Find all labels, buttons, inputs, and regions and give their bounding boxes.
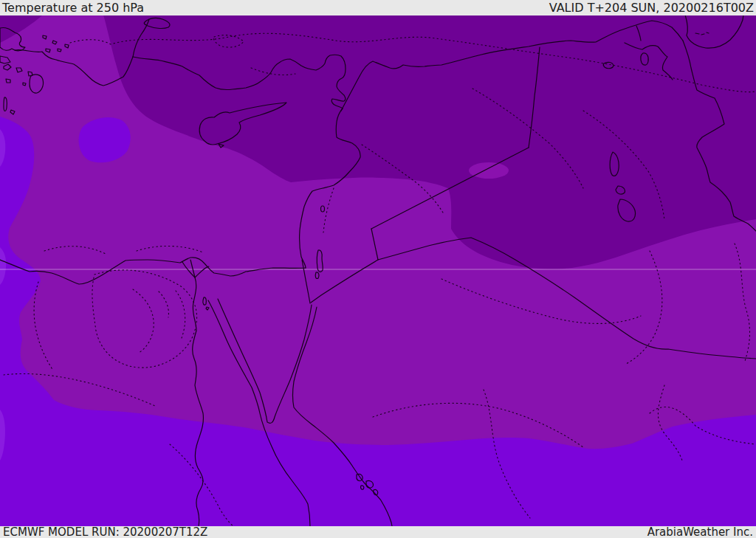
provider-credit: ArabiaWeather Inc. <box>647 527 753 538</box>
valid-time-label: VALID T+204 SUN, 20200216T00Z <box>549 1 754 15</box>
model-run-label: ECMWF MODEL RUN: 20200207T12Z <box>3 527 207 538</box>
weather-chart-window: Temperature at 250 hPa VALID T+204 SUN, … <box>0 0 756 538</box>
header-bar: Temperature at 250 hPa VALID T+204 SUN, … <box>0 0 756 15</box>
footer-bar: ECMWF MODEL RUN: 20200207T12Z ArabiaWeat… <box>0 526 756 538</box>
weather-map <box>0 0 756 538</box>
mid-band-patch-in-cold-region <box>469 162 509 179</box>
temperature-shading-bands <box>0 15 756 527</box>
page-title: Temperature at 250 hPa <box>2 1 144 15</box>
